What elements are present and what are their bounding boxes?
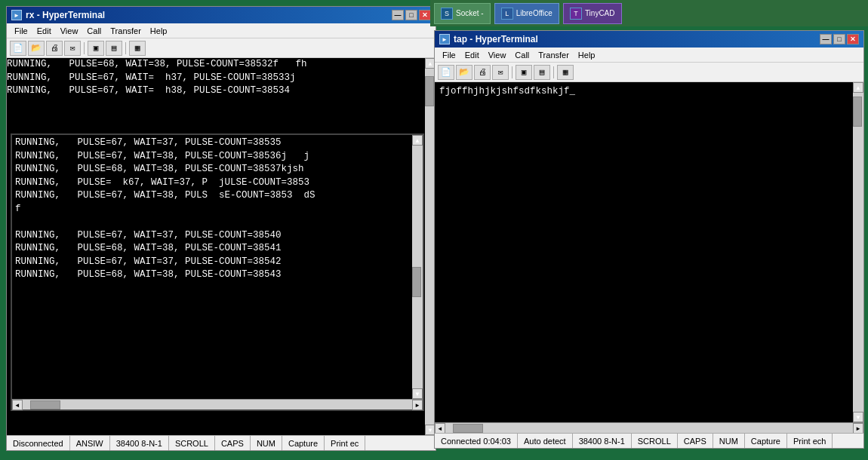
inner-scroll-track[interactable] bbox=[412, 146, 423, 388]
tap-toolbar-6[interactable]: ▤ bbox=[534, 65, 550, 80]
inner-line-10: RUNNING, PULSE=67, WAIT=37, PULSE-COUNT=… bbox=[15, 256, 420, 269]
taskbar-app-socket[interactable]: S Socket - bbox=[434, 3, 491, 24]
tap-menu-transfer[interactable]: Transfer bbox=[534, 50, 574, 60]
tap-menu-file[interactable]: File bbox=[438, 50, 460, 60]
tap-status-connection: Connected 0:04:03 bbox=[435, 434, 518, 448]
inner-scroll-h-track[interactable] bbox=[23, 400, 412, 409]
tap-hyperterminal-window: ► tap - HyperTerminal — □ ✕ File Edit Vi… bbox=[434, 30, 864, 449]
tap-toolbar-sep1 bbox=[512, 66, 512, 78]
tap-toolbar-sep2 bbox=[553, 66, 554, 78]
inner-scroll-left[interactable]: ◄ bbox=[12, 400, 23, 410]
rx-toolbar-6[interactable]: ▤ bbox=[106, 41, 122, 56]
terminal-line-2: RUNNING, PULSE=67, WAIT= h37, PULSE-COUN… bbox=[7, 72, 425, 85]
tap-toolbar-new[interactable]: 📄 bbox=[438, 65, 454, 80]
tap-scroll-track[interactable] bbox=[853, 93, 863, 412]
tap-title-bar: ► tap - HyperTerminal — □ ✕ bbox=[435, 31, 863, 48]
rx-status-connection: Disconnected bbox=[7, 436, 70, 450]
rx-inner-window: RUNNING, PULSE=67, WAIT=37, PULSE-COUNT=… bbox=[11, 133, 424, 411]
rx-status-caps: CAPS bbox=[215, 436, 251, 450]
rx-window-title: rx - HyperTerminal bbox=[26, 10, 105, 20]
rx-toolbar-sep2 bbox=[125, 42, 126, 54]
rx-inner-terminal[interactable]: RUNNING, PULSE=67, WAIT=37, PULSE-COUNT=… bbox=[12, 135, 423, 399]
inner-line-6: f bbox=[15, 203, 420, 216]
inner-line-8: RUNNING, PULSE=67, WAIT=37, PULSE-COUNT=… bbox=[15, 229, 420, 243]
rx-menu-edit[interactable]: Edit bbox=[32, 26, 56, 36]
terminal-line-1: RUNNING, PULSE=68, WAIT=38, PULSE-COUNT=… bbox=[7, 58, 425, 72]
rx-hyperterminal-window: ► rx - HyperTerminal — □ ✕ File Edit Vie… bbox=[6, 6, 436, 451]
tap-menu-call[interactable]: Call bbox=[510, 50, 534, 60]
socket-icon: S bbox=[441, 8, 453, 20]
rx-close-button[interactable]: ✕ bbox=[419, 10, 431, 20]
terminal-line-3: RUNNING, PULSE=67, WAIT= h38, PULSE-COUN… bbox=[7, 84, 425, 98]
rx-menu-call[interactable]: Call bbox=[82, 26, 106, 36]
rx-scroll-thumb-top[interactable] bbox=[425, 76, 434, 106]
tap-status-encoding: Auto detect bbox=[518, 434, 573, 448]
rx-status-baud: 38400 8-N-1 bbox=[110, 436, 169, 450]
tap-toolbar-3[interactable]: 🖨 bbox=[474, 65, 491, 80]
tap-close-button[interactable]: ✕ bbox=[847, 34, 859, 44]
tap-scroll-up[interactable]: ▲ bbox=[853, 82, 863, 93]
tap-toolbar-5[interactable]: ▣ bbox=[516, 65, 532, 80]
tap-scroll-left[interactable]: ◄ bbox=[435, 423, 445, 434]
rx-toolbar-sep1 bbox=[84, 42, 85, 54]
tap-status-bar: Connected 0:04:03 Auto detect 38400 8-N-… bbox=[435, 433, 863, 448]
tap-menu-edit[interactable]: Edit bbox=[460, 50, 484, 60]
rx-maximize-button[interactable]: □ bbox=[405, 10, 417, 20]
inner-scrollbar-h[interactable]: ◄ ► bbox=[12, 399, 423, 409]
tap-scroll-h-thumb[interactable] bbox=[453, 424, 483, 433]
tap-toolbar-open[interactable]: 📂 bbox=[456, 65, 472, 80]
tap-status-print: Print ech bbox=[787, 434, 833, 448]
rx-menu-bar: File Edit View Call Transfer Help bbox=[7, 23, 436, 38]
tap-menu-help[interactable]: Help bbox=[574, 50, 600, 60]
tap-status-caps: CAPS bbox=[678, 434, 713, 448]
rx-title-left: ► rx - HyperTerminal bbox=[11, 10, 105, 20]
inner-line-5: RUNNING, PULSE=67, WAIT=38, PULS sE-COUN… bbox=[15, 189, 420, 203]
top-taskbar: S Socket - L LibreOffice T TinyCAD bbox=[430, 0, 868, 26]
tinycad-icon: T bbox=[570, 8, 582, 20]
inner-line-9: RUNNING, PULSE=68, WAIT=38, PULSE-COUNT=… bbox=[15, 242, 420, 256]
rx-window-icon: ► bbox=[11, 10, 22, 20]
rx-status-encoding: ANSIW bbox=[70, 436, 110, 450]
rx-menu-view[interactable]: View bbox=[56, 26, 83, 36]
inner-scroll-thumb[interactable] bbox=[412, 267, 421, 297]
taskbar-app-libreoffice[interactable]: L LibreOffice bbox=[494, 3, 559, 24]
inner-line-3: RUNNING, PULSE=68, WAIT=38, PULSE-COUNT=… bbox=[15, 163, 420, 176]
tap-scrollbar-v[interactable]: ▲ ▼ bbox=[853, 82, 863, 422]
rx-toolbar-new[interactable]: 📄 bbox=[10, 41, 26, 56]
tap-terminal-area[interactable]: fjoffhjhjkjshfsdfkshkjf_ ▲ ▼ bbox=[435, 82, 863, 422]
inner-line-2: RUNNING, PULSE=67, WAIT=38, PULSE-COUNT=… bbox=[15, 150, 420, 164]
inner-scroll-h-thumb[interactable] bbox=[30, 400, 60, 409]
rx-status-scroll: SCROLL bbox=[169, 436, 215, 450]
tap-status-scroll: SCROLL bbox=[632, 434, 678, 448]
rx-toolbar-5[interactable]: ▣ bbox=[88, 41, 104, 56]
tap-scroll-down[interactable]: ▼ bbox=[853, 412, 863, 422]
inner-scroll-right[interactable]: ► bbox=[412, 400, 423, 410]
rx-menu-help[interactable]: Help bbox=[146, 26, 172, 36]
taskbar-app-tinycad[interactable]: T TinyCAD bbox=[563, 3, 622, 24]
tap-scroll-thumb[interactable] bbox=[853, 97, 862, 127]
tap-maximize-button[interactable]: □ bbox=[833, 34, 845, 44]
rx-toolbar-7[interactable]: ▦ bbox=[129, 41, 146, 56]
tap-scroll-right[interactable]: ► bbox=[853, 423, 863, 434]
rx-menu-transfer[interactable]: Transfer bbox=[106, 26, 146, 36]
rx-toolbar-3[interactable]: 🖨 bbox=[46, 41, 63, 56]
tap-toolbar-4[interactable]: ✉ bbox=[492, 65, 509, 80]
tap-minimize-button[interactable]: — bbox=[820, 34, 832, 44]
tap-scrollbar-h[interactable]: ◄ ► bbox=[435, 422, 863, 433]
tap-toolbar-7[interactable]: ▦ bbox=[557, 65, 574, 80]
rx-minimize-button[interactable]: — bbox=[392, 10, 404, 20]
rx-menu-file[interactable]: File bbox=[10, 26, 32, 36]
rx-status-num: NUM bbox=[251, 436, 282, 450]
tap-window-title: tap - HyperTerminal bbox=[454, 34, 538, 44]
tap-menu-view[interactable]: View bbox=[484, 50, 511, 60]
inner-scrollbar-v[interactable]: ▲ ▼ bbox=[412, 135, 423, 399]
tap-status-capture: Capture bbox=[745, 434, 787, 448]
rx-window-controls: — □ ✕ bbox=[392, 10, 431, 20]
inner-scroll-down[interactable]: ▼ bbox=[412, 388, 423, 399]
rx-toolbar-open[interactable]: 📂 bbox=[28, 41, 45, 56]
tap-scroll-h-track[interactable] bbox=[445, 423, 853, 433]
rx-toolbar-4[interactable]: ✉ bbox=[64, 41, 81, 56]
rx-toolbar: 📄 📂 🖨 ✉ ▣ ▤ ▦ bbox=[7, 38, 436, 58]
rx-title-bar: ► rx - HyperTerminal — □ ✕ bbox=[7, 7, 436, 23]
inner-scroll-up[interactable]: ▲ bbox=[412, 135, 423, 146]
